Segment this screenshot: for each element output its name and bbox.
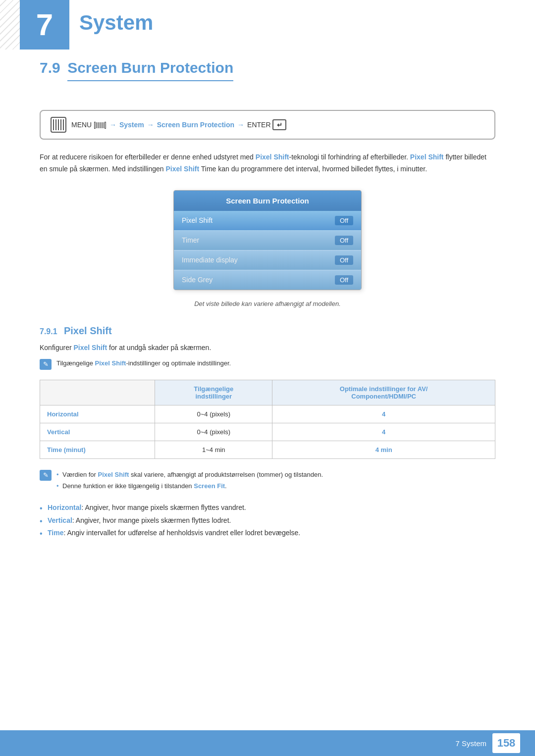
menu-path-bar: MENU [] → System → Screen Burn Protectio… [40,110,495,140]
page-footer: 7 System 158 [0,730,535,756]
horizontal-label: Horizontal [40,405,155,423]
menu-label-text: MENU [71,121,92,129]
menu-box-header: Screen Burn Protection [174,191,361,211]
enter-label-text: ENTER [247,121,270,129]
time-label: Time (minut) [40,441,155,458]
menu-row-side-grey[interactable]: Side Grey Off [174,270,361,290]
main-bullet-list: Horizontal: Angiver, hvor mange pixels s… [40,502,495,539]
pixel-shift-config: Pixel Shift [73,344,107,352]
table-header-optimal-text: Optimale indstillinger for AV/Component/… [340,385,428,400]
subsection-number: 7.9.1 [40,327,57,336]
timer-label: Timer [182,236,199,244]
time-label-blue: Time [47,446,62,454]
chapter-title: System [79,11,153,35]
section-title: Screen Burn Protection [67,59,233,81]
immediate-display-value: Off [335,255,353,265]
menu-box-wrapper: Screen Burn Protection Pixel Shift Off T… [40,190,495,290]
footer-section-text: 7 System [455,739,486,748]
horizontal-bullet-label: Horizontal [48,504,81,511]
screen-burn-menu-box: Screen Burn Protection Pixel Shift Off T… [173,190,362,290]
vertical-bullet-label: Vertical [48,516,72,524]
table-header-empty [40,380,155,405]
table-row-time: Time (minut) 1~4 min 4 min [40,441,495,458]
menu-row-immediate-display[interactable]: Immediate display Off [174,251,361,270]
menu-screen-burn-label: Screen Burn Protection [157,121,234,129]
section-number: 7.9 [40,59,60,76]
note-box: Tilgængelige Pixel Shift-indstillinger o… [40,358,495,370]
table-row-horizontal: Horizontal 0~4 (pixels) 4 [40,405,495,423]
note-icon [40,359,52,370]
time-optimal: 4 min [272,441,495,458]
menu-label: MENU [] [71,121,107,129]
menu-row-timer[interactable]: Timer Off [174,231,361,251]
note-bullet-list: Værdien for Pixel Shift skal variere, af… [56,469,323,492]
timer-value: Off [335,236,353,245]
pixel-shift-note: Pixel Shift [95,359,126,367]
config-text: Konfigurer Pixel Shift for at undgå skad… [40,344,495,352]
image-note: Det viste billede kan variere afhængigt … [40,300,495,307]
pixel-shift-bold-1: Pixel Shift [256,153,289,161]
main-content: 7.9 Screen Burn Protection MENU [] → Sys… [0,59,535,584]
immediate-display-label: Immediate display [182,256,238,264]
pixel-shift-bold-3: Pixel Shift [165,165,199,173]
pixel-shift-label: Pixel Shift [182,216,213,224]
note-bullets-wrapper: Værdien for Pixel Shift skal variere, af… [40,469,495,492]
page-header: 7 System [0,0,535,50]
subsection-heading-wrapper: 7.9.1 Pixel Shift [40,325,495,337]
screen-fit-note: Screen Fit [194,482,225,490]
page-number: 158 [492,733,520,753]
table-row-vertical: Vertical 0~4 (pixels) 4 [40,423,495,441]
pixel-shift-table: Tilgængeligeindstillinger Optimale indst… [40,380,495,459]
menu-icon [51,117,66,133]
arrow-3: → [237,121,244,129]
time-bullet-label: Time [48,529,63,537]
main-bullet-vertical: Vertical: Angiver, hvor mange pixels skæ… [40,514,495,527]
table-header-available: Tilgængeligeindstillinger [155,380,272,405]
menu-row-pixel-shift[interactable]: Pixel Shift Off [174,211,361,231]
main-bullet-horizontal: Horizontal: Angiver, hvor mange pixels s… [40,502,495,514]
chapter-number: 7 [36,9,53,40]
time-range: 1~4 min [155,441,272,458]
vertical-range: 0~4 (pixels) [155,423,272,441]
menu-enter-label: ENTER ↵ [247,119,286,130]
horizontal-optimal: 4 [272,405,495,423]
table-header-available-text: Tilgængeligeindstillinger [194,385,233,400]
pixel-shift-value: Off [335,216,353,225]
note-icon-sm [40,470,52,481]
pixel-shift-bold-2: Pixel Shift [410,153,444,161]
arrow-1: → [109,121,116,129]
table-header-optimal: Optimale indstillinger for AV/Component/… [272,380,495,405]
description-text: For at reducere risikoen for efterbilled… [40,151,495,175]
menu-system-label: System [119,121,144,129]
side-grey-label: Side Grey [182,276,213,284]
section-heading-wrapper: 7.9 Screen Burn Protection [40,59,495,96]
vertical-optimal: 4 [272,423,495,441]
vertical-label: Vertical [40,423,155,441]
arrow-2: → [147,121,154,129]
subsection-title: Pixel Shift [64,325,112,336]
pixel-shift-note1: Pixel Shift [98,471,129,478]
enter-icon: ↵ [272,119,286,130]
horizontal-range: 0~4 (pixels) [155,405,272,423]
note-text: Tilgængelige Pixel Shift-indstillinger o… [56,358,231,369]
chapter-number-block: 7 [20,0,69,50]
side-grey-value: Off [335,275,353,285]
note-bullet-1: Værdien for Pixel Shift skal variere, af… [56,469,323,480]
main-bullet-time: Time: Angiv intervallet for udførelse af… [40,527,495,539]
note-bullet-2: Denne funktion er ikke tilgængelig i til… [56,480,323,492]
